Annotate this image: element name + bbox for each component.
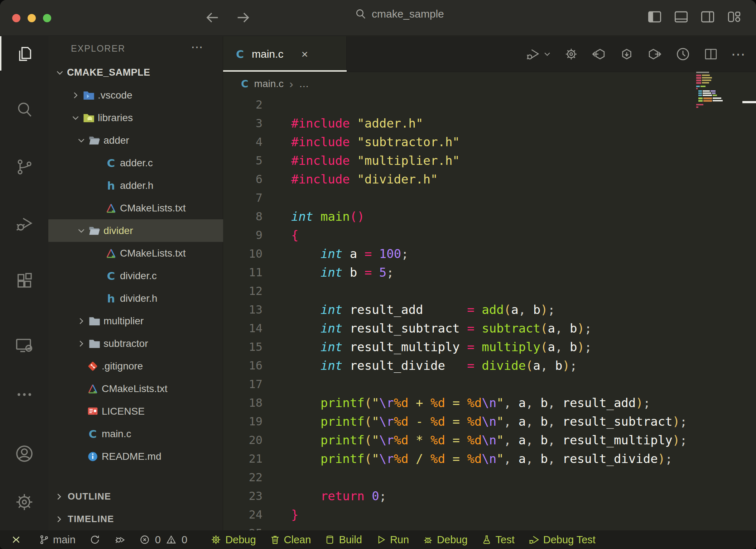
customize-layout-icon[interactable]	[727, 9, 742, 24]
run-and-debug-icon[interactable]	[0, 207, 48, 240]
extensions-icon[interactable]	[0, 265, 48, 297]
code-line[interactable]: 18 printf("\r%d + %d = %d\n", a, b, resu…	[223, 393, 756, 412]
code-line[interactable]: 22	[223, 468, 756, 487]
search-view-icon[interactable]	[0, 94, 48, 126]
code-editor[interactable]: 23#include "adder.h"4#include "subtracto…	[223, 95, 756, 530]
editor-more-actions-icon[interactable]: ⋯	[731, 46, 745, 62]
toggle-secondary-sidebar-icon[interactable]	[700, 9, 715, 24]
minimize-window-button[interactable]	[28, 14, 36, 22]
code-line[interactable]: 21 printf("\r%d / %d = %d\n", a, b, resu…	[223, 449, 756, 468]
tree-item-multiplier-folder[interactable]: multiplier	[48, 310, 223, 332]
code-line[interactable]: 13 int result_add = add(a, b);	[223, 300, 756, 319]
code-line[interactable]: 6#include "divider.h"	[223, 170, 756, 188]
close-tab-icon[interactable]: ×	[301, 48, 308, 61]
editor-settings-gear-icon[interactable]	[564, 47, 578, 61]
code-line[interactable]: 25	[223, 524, 756, 530]
command-center-search[interactable]: cmake_sample	[355, 8, 444, 20]
sync-changes-icon[interactable]	[89, 534, 101, 545]
code-line[interactable]: 12	[223, 282, 756, 300]
code-line[interactable]: 5#include "multiplier.h"	[223, 151, 756, 170]
code-line[interactable]: 2	[223, 95, 756, 114]
line-number: 10	[223, 247, 263, 261]
code-line[interactable]: 17	[223, 375, 756, 393]
timeline-section-header[interactable]: TIMELINE	[48, 508, 223, 530]
tree-item-vscode-folder[interactable]: .vscode	[48, 84, 223, 106]
code-line[interactable]: 20 printf("\r%d * %d = %d\n", a, b, resu…	[223, 431, 756, 449]
code-line[interactable]: 15 int result_multiply = multiply(a, b);	[223, 338, 756, 356]
split-editor-icon[interactable]	[704, 47, 718, 61]
tree-item-license[interactable]: LICENSE	[48, 400, 223, 423]
accounts-icon[interactable]	[0, 438, 48, 470]
cmake-test-button[interactable]: Test	[481, 534, 515, 546]
cmake-build-button[interactable]: Build	[324, 534, 362, 546]
chevron-down-icon	[56, 68, 64, 77]
tree-item-readme[interactable]: README.md	[48, 445, 223, 468]
explorer-more-actions-icon[interactable]: ⋯	[191, 40, 203, 54]
code-text: int result_add = add(a, b);	[263, 302, 555, 317]
tree-item-gitignore[interactable]: .gitignore	[48, 355, 223, 377]
tree-item-adder-c[interactable]: C adder.c	[48, 152, 223, 174]
code-text: return 0;	[263, 489, 386, 503]
toggle-primary-sidebar-icon[interactable]	[647, 9, 662, 24]
line-number: 25	[223, 526, 263, 530]
open-folder-icon	[88, 225, 101, 237]
settings-gear-icon[interactable]	[0, 486, 48, 518]
debug-status-icon[interactable]	[114, 534, 126, 545]
tree-item-cmake-sample-root[interactable]: CMAKE_SAMPLE	[48, 61, 223, 84]
line-number: 4	[223, 135, 263, 149]
zoom-window-button[interactable]	[43, 14, 51, 22]
navigate-back-icon[interactable]	[204, 9, 221, 26]
breadcrumb-more[interactable]: …	[299, 78, 309, 90]
step-back-icon[interactable]	[591, 47, 606, 62]
tree-item-subtractor-folder[interactable]: subtractor	[48, 332, 223, 355]
git-branch-status[interactable]: main	[39, 534, 76, 546]
code-line[interactable]: 7	[223, 188, 756, 207]
cmake-debug-button[interactable]: Debug	[423, 534, 467, 546]
tree-item-main-c[interactable]: C main.c	[48, 423, 223, 445]
source-control-icon[interactable]	[0, 151, 48, 183]
remote-indicator-icon[interactable]	[10, 534, 22, 546]
cmake-clean-button[interactable]: Clean	[270, 534, 311, 546]
toggle-panel-icon[interactable]	[674, 9, 689, 24]
tree-item-libraries-folder[interactable]: libraries	[48, 106, 223, 129]
code-line[interactable]: 23 return 0;	[223, 487, 756, 505]
outline-section-header[interactable]: OUTLINE	[48, 485, 223, 508]
problems-status[interactable]: 0 0	[139, 534, 187, 546]
additional-views-icon[interactable]	[0, 378, 48, 411]
code-line[interactable]: 24}	[223, 505, 756, 524]
close-window-button[interactable]	[12, 14, 20, 22]
tree-item-adder-folder[interactable]: adder	[48, 129, 223, 152]
scrollbar-marker[interactable]	[742, 101, 756, 103]
cmake-debug-test-button[interactable]: Debug Test	[528, 534, 596, 546]
tree-item-divider-folder[interactable]: divider	[48, 219, 223, 242]
debug-run-file-icon[interactable]	[525, 47, 551, 62]
tree-item-divider-h[interactable]: h divider.h	[48, 287, 223, 310]
code-text: printf("\r%d - %d = %d\n", a, b, result_…	[263, 414, 687, 429]
navigate-forward-icon[interactable]	[235, 9, 251, 26]
tree-item-root-cmakelists[interactable]: CMakeLists.txt	[48, 377, 223, 400]
tree-item-adder-cmakelists[interactable]: CMakeLists.txt	[48, 197, 223, 219]
code-line[interactable]: 9{	[223, 226, 756, 244]
cmake-run-button[interactable]: Run	[376, 534, 409, 546]
c-file-icon: C	[105, 270, 117, 282]
cmake-debug-variant-button[interactable]: Debug	[210, 534, 256, 546]
remote-explorer-icon[interactable]	[0, 329, 48, 362]
tree-item-divider-cmakelists[interactable]: CMakeLists.txt	[48, 242, 223, 264]
minimap[interactable]	[693, 71, 736, 114]
tree-item-adder-h[interactable]: h adder.h	[48, 174, 223, 197]
code-line[interactable]: 14 int result_subtract = subtract(a, b);	[223, 319, 756, 338]
code-line[interactable]: 8int main()	[223, 207, 756, 226]
code-line[interactable]: 19 printf("\r%d - %d = %d\n", a, b, resu…	[223, 412, 756, 431]
reverse-continue-icon[interactable]	[619, 47, 634, 62]
code-line[interactable]: 11 int b = 5;	[223, 263, 756, 282]
breadcrumb[interactable]: C main.c › …	[223, 72, 756, 95]
step-forward-icon[interactable]	[647, 47, 662, 62]
code-line[interactable]: 4#include "subtractor.h"	[223, 133, 756, 151]
code-line[interactable]: 10 int a = 100;	[223, 244, 756, 263]
tab-main-c[interactable]: C main.c ×	[223, 36, 347, 72]
tree-item-divider-c[interactable]: C divider.c	[48, 264, 223, 287]
run-history-icon[interactable]	[675, 46, 691, 62]
code-line[interactable]: 3#include "adder.h"	[223, 114, 756, 133]
code-line[interactable]: 16 int result_divide = divide(a, b);	[223, 356, 756, 375]
explorer-icon[interactable]	[0, 38, 48, 70]
